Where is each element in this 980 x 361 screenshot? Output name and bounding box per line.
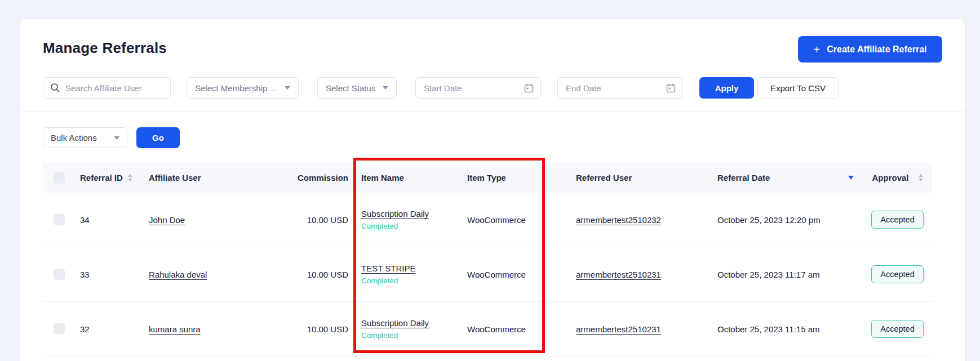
start-date-input[interactable]: Start Date: [415, 77, 541, 99]
table-row: 34 John Doe 10.00 USD Subscription Daily…: [43, 193, 932, 247]
sort-icon[interactable]: [919, 174, 923, 181]
chevron-down-icon: [285, 86, 290, 90]
referred-user-link[interactable]: armembertest2510231: [576, 270, 661, 279]
column-header-item-name: Item Name: [353, 163, 460, 193]
affiliate-user-cell: kumara sunra: [146, 302, 294, 356]
referral-date-cell: October 25, 2023 12:20 pm: [709, 193, 863, 247]
sort-descending-icon[interactable]: [848, 176, 854, 180]
page-title: Manage Referrals: [43, 39, 167, 57]
commission-cell: 10.00 USD: [294, 302, 353, 356]
calendar-icon: [524, 83, 534, 93]
approval-status-badge[interactable]: Accepted: [871, 211, 923, 229]
column-header-referred-user: Referred User: [569, 163, 709, 193]
row-checkbox[interactable]: [54, 214, 65, 225]
approval-status-badge[interactable]: Accepted: [871, 265, 923, 283]
column-header-affiliate-user: Affiliate User: [146, 163, 294, 193]
select-status-dropdown[interactable]: Select Status: [317, 77, 397, 99]
referral-id-cell: 32: [76, 302, 146, 356]
approval-status-badge[interactable]: Accepted: [871, 320, 923, 338]
page: Manage Referrals + Create Affiliate Refe…: [0, 0, 980, 361]
referral-date-cell: October 25, 2023 11:15 am: [709, 302, 863, 356]
commission-cell: 10.00 USD: [294, 247, 353, 301]
row-checkbox[interactable]: [54, 323, 65, 335]
sort-icon[interactable]: [128, 174, 132, 181]
export-to-csv-button[interactable]: Export To CSV: [757, 77, 839, 99]
calendar-icon: [666, 83, 676, 93]
end-date-placeholder: End Date: [566, 83, 601, 93]
affiliate-user-cell: John Doe: [146, 193, 294, 247]
manage-referrals-card: Manage Referrals + Create Affiliate Refe…: [19, 19, 965, 361]
apply-button[interactable]: Apply: [699, 77, 754, 99]
search-icon: [50, 83, 60, 93]
start-date-placeholder: Start Date: [424, 83, 462, 93]
table-header-row: Referral ID Affiliate User Commission It…: [43, 163, 932, 193]
item-type-cell: WooCommerce: [460, 247, 569, 301]
affiliate-user-cell: Rahulaka deval: [146, 247, 294, 301]
row-checkbox-cell: [43, 193, 76, 247]
filter-row: Select Membership ... Select Status Star…: [20, 77, 965, 99]
item-name-cell: TEST STRIPE Completed: [353, 247, 460, 301]
item-name-cell: Subscription Daily Completed: [353, 302, 460, 356]
create-button-label: Create Affiliate Referral: [827, 44, 926, 55]
column-header-approval[interactable]: Approval: [863, 163, 932, 193]
search-affiliate-user-input[interactable]: [65, 83, 165, 93]
chevron-down-icon: [383, 86, 388, 90]
referral-id-cell: 33: [76, 247, 146, 301]
search-affiliate-user-box: [43, 77, 171, 99]
referred-user-cell: armembertest2510232: [569, 193, 709, 247]
referral-id-cell: 34: [76, 193, 146, 247]
item-type-cell: WooCommerce: [460, 302, 569, 356]
referrals-table: Referral ID Affiliate User Commission It…: [43, 163, 932, 356]
item-name-link[interactable]: TEST STRIPE: [361, 264, 415, 273]
table-row: 33 Rahulaka deval 10.00 USD TEST STRIPE …: [43, 247, 932, 302]
item-name-link[interactable]: Subscription Daily: [361, 318, 429, 328]
approval-cell: Accepted: [863, 247, 932, 301]
plus-icon: +: [814, 44, 821, 55]
table-row: 32 kumara sunra 10.00 USD Subscription D…: [43, 302, 932, 356]
row-checkbox-cell: [43, 302, 76, 356]
select-status-label: Select Status: [326, 83, 375, 93]
bulk-actions-label: Bulk Actions: [51, 133, 97, 142]
table-body: 34 John Doe 10.00 USD Subscription Daily…: [43, 193, 932, 356]
select-all-checkbox[interactable]: [54, 172, 65, 184]
affiliate-user-link[interactable]: John Doe: [149, 215, 185, 225]
referral-date-cell: October 25, 2023 11:17 am: [709, 247, 863, 301]
select-membership-dropdown[interactable]: Select Membership ...: [187, 77, 299, 99]
approval-cell: Accepted: [863, 302, 932, 356]
column-header-referral-date[interactable]: Referral Date: [709, 163, 863, 193]
commission-cell: 10.00 USD: [294, 193, 353, 247]
item-name-cell: Subscription Daily Completed: [353, 193, 460, 247]
item-name-link[interactable]: Subscription Daily: [361, 209, 429, 219]
bulk-actions-dropdown[interactable]: Bulk Actions: [43, 127, 127, 148]
section-divider: [20, 111, 965, 112]
column-header-referral-id[interactable]: Referral ID: [76, 163, 146, 193]
column-header-commission: Commission: [294, 163, 353, 193]
select-membership-label: Select Membership ...: [195, 83, 277, 93]
referred-user-cell: armembertest2510231: [569, 302, 709, 356]
item-status-label: Completed: [361, 277, 398, 285]
item-status-label: Completed: [361, 222, 398, 230]
approval-cell: Accepted: [863, 193, 932, 247]
go-button[interactable]: Go: [136, 127, 180, 148]
row-checkbox[interactable]: [54, 269, 65, 280]
end-date-input[interactable]: End Date: [557, 77, 683, 99]
header-checkbox-cell: [43, 163, 76, 193]
referred-user-cell: armembertest2510231: [569, 247, 709, 301]
column-header-item-type: Item Type: [460, 163, 569, 193]
item-status-label: Completed: [361, 331, 398, 340]
create-affiliate-referral-button[interactable]: + Create Affiliate Referral: [798, 36, 942, 63]
chevron-down-icon: [114, 136, 119, 140]
item-type-cell: WooCommerce: [460, 193, 569, 247]
referred-user-link[interactable]: armembertest2510231: [576, 324, 661, 334]
referred-user-link[interactable]: armembertest2510232: [576, 215, 661, 225]
row-checkbox-cell: [43, 247, 76, 301]
affiliate-user-link[interactable]: kumara sunra: [149, 324, 201, 334]
affiliate-user-link[interactable]: Rahulaka deval: [149, 270, 207, 279]
